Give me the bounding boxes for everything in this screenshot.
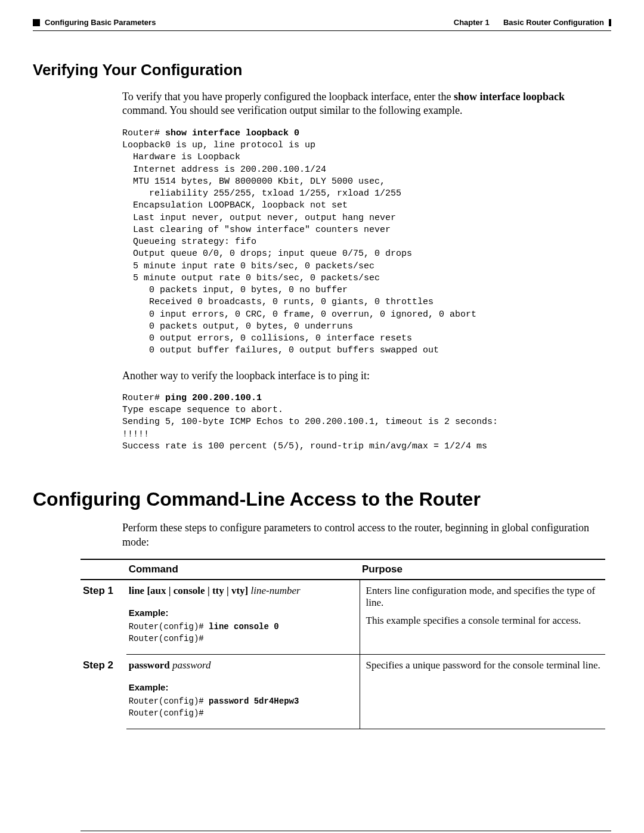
header-chapter: Chapter 1 xyxy=(454,18,490,27)
inline-command: show interface loopback xyxy=(454,91,565,103)
table-row: Step 1 line [aux | console | tty | vty] … xyxy=(80,580,605,655)
step-label: Step 2 xyxy=(80,655,126,729)
cli-output-ping: Router# ping 200.200.100.1 Type escape s… xyxy=(122,392,611,453)
purpose-text: Enters line configuration mode, and spec… xyxy=(360,580,605,655)
page-footer: Cisco 1800 Series Integrated Services Ro… xyxy=(33,831,611,833)
header-left: Configuring Basic Parameters xyxy=(45,18,156,27)
verify-intro: To verify that you have properly configu… xyxy=(122,90,611,118)
command-syntax: password password xyxy=(129,659,357,671)
section-title-cli-access: Configuring Command-Line Access to the R… xyxy=(33,488,611,510)
example-cli: Router(config)# line console 0 Router(co… xyxy=(129,621,357,645)
purpose-text: Specifies a unique password for the cons… xyxy=(360,655,605,729)
step-label: Step 1 xyxy=(80,580,126,655)
command-table: Command Purpose Step 1 line [aux | conso… xyxy=(80,559,605,729)
cli-access-intro: Perform these steps to configure paramet… xyxy=(122,521,611,549)
example-cli: Router(config)# password 5dr4Hepw3 Route… xyxy=(129,696,357,719)
col-purpose: Purpose xyxy=(360,559,605,580)
footer-rule xyxy=(80,831,611,831)
half-marker-icon xyxy=(609,19,611,26)
header-chapter-title: Basic Router Configuration xyxy=(503,18,604,27)
example-label: Example: xyxy=(129,608,357,618)
section-title-verify: Verifying Your Configuration xyxy=(33,61,611,79)
verify-mid-para: Another way to verify the loopback inter… xyxy=(122,369,611,383)
example-label: Example: xyxy=(129,682,357,692)
command-syntax: line [aux | console | tty | vty] line-nu… xyxy=(129,585,357,597)
header-rule xyxy=(33,30,611,31)
running-head: Configuring Basic Parameters Chapter 1 B… xyxy=(33,18,611,27)
marker-icon xyxy=(33,19,40,26)
cli-output-loopback: Router# show interface loopback 0 Loopba… xyxy=(122,128,611,357)
table-row: Step 2 password password Example: Router… xyxy=(80,655,605,729)
col-command: Command xyxy=(126,559,360,580)
